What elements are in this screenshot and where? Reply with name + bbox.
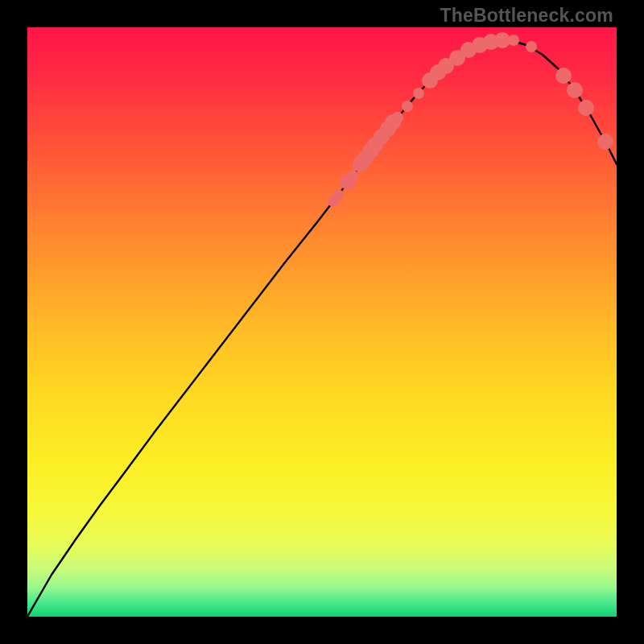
data-marker <box>508 35 519 46</box>
chart-frame: TheBottleneck.com <box>0 0 644 644</box>
data-marker <box>332 189 344 200</box>
data-marker <box>526 41 537 52</box>
data-marker <box>347 170 358 181</box>
plot-area <box>27 27 617 617</box>
watermark-text: TheBottleneck.com <box>440 5 613 27</box>
data-marker <box>402 101 413 112</box>
data-marker <box>413 88 424 99</box>
bottleneck-curve <box>27 40 617 617</box>
chart-svg <box>27 27 617 617</box>
data-marker <box>597 134 613 150</box>
data-marker <box>392 112 403 123</box>
data-marker <box>555 68 572 84</box>
data-marker <box>578 100 594 116</box>
data-markers <box>328 32 613 207</box>
data-marker <box>567 82 583 98</box>
